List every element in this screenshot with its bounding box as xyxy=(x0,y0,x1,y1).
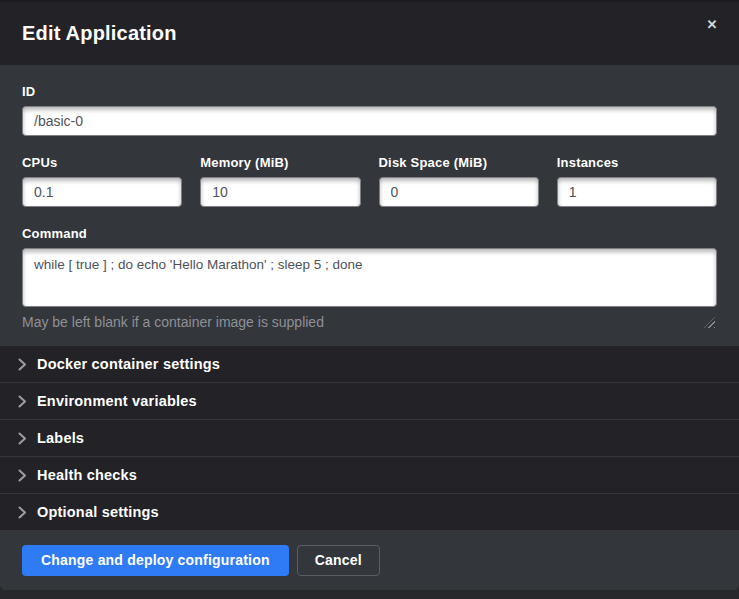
close-icon[interactable]: ✕ xyxy=(699,12,725,38)
memory-input[interactable] xyxy=(200,177,360,207)
chevron-right-icon xyxy=(18,358,27,371)
command-field-label: Command xyxy=(22,226,717,241)
command-field-group: Command while [ true ] ; do echo 'Hello … xyxy=(22,226,717,330)
memory-field-group: Memory (MiB) xyxy=(200,155,360,207)
section-label: Environment variables xyxy=(37,393,197,409)
chevron-right-icon xyxy=(18,469,27,482)
cpus-field-group: CPUs xyxy=(22,155,182,207)
disk-input[interactable] xyxy=(379,177,539,207)
change-and-deploy-button[interactable]: Change and deploy configuration xyxy=(22,545,289,576)
resources-row: CPUs Memory (MiB) Disk Space (MiB) Insta… xyxy=(22,155,717,207)
instances-field-label: Instances xyxy=(557,155,717,170)
id-input[interactable] xyxy=(22,106,717,136)
instances-input[interactable] xyxy=(557,177,717,207)
command-helper-text: May be left blank if a container image i… xyxy=(22,314,717,330)
section-label: Optional settings xyxy=(37,504,159,520)
command-textarea[interactable]: while [ true ] ; do echo 'Hello Marathon… xyxy=(22,248,717,307)
page-background: Edit Application ✕ ID CPUs Memory (MiB) … xyxy=(0,0,739,599)
id-field-label: ID xyxy=(22,84,717,99)
id-field-group: ID xyxy=(22,84,717,136)
modal-footer: Change and deploy configuration Cancel xyxy=(0,530,739,590)
collapsible-sections: Docker container settings Environment va… xyxy=(0,346,739,530)
edit-application-modal: Edit Application ✕ ID CPUs Memory (MiB) … xyxy=(0,0,739,590)
section-label: Labels xyxy=(37,430,84,446)
memory-field-label: Memory (MiB) xyxy=(200,155,360,170)
disk-field-label: Disk Space (MiB) xyxy=(379,155,539,170)
section-labels[interactable]: Labels xyxy=(0,419,739,456)
chevron-right-icon xyxy=(18,395,27,408)
section-docker-container-settings[interactable]: Docker container settings xyxy=(0,346,739,382)
modal-header: Edit Application ✕ xyxy=(0,0,739,65)
cpus-field-label: CPUs xyxy=(22,155,182,170)
page-background-strip xyxy=(0,590,739,599)
section-label: Health checks xyxy=(37,467,137,483)
section-optional-settings[interactable]: Optional settings xyxy=(0,493,739,530)
instances-field-group: Instances xyxy=(557,155,717,207)
section-health-checks[interactable]: Health checks xyxy=(0,456,739,493)
cpus-input[interactable] xyxy=(22,177,182,207)
section-environment-variables[interactable]: Environment variables xyxy=(0,382,739,419)
chevron-right-icon xyxy=(18,506,27,519)
cancel-button[interactable]: Cancel xyxy=(297,545,380,576)
section-label: Docker container settings xyxy=(37,356,220,372)
chevron-right-icon xyxy=(18,432,27,445)
disk-field-group: Disk Space (MiB) xyxy=(379,155,539,207)
modal-title: Edit Application xyxy=(22,22,177,45)
application-form: ID CPUs Memory (MiB) Disk Space (MiB) In xyxy=(0,65,739,346)
